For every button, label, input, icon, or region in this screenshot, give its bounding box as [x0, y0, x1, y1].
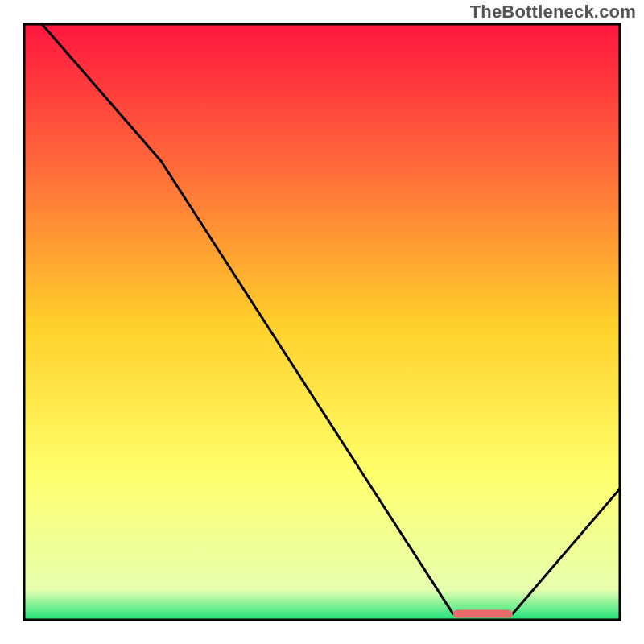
optimal-range-marker — [453, 610, 513, 618]
plot-area — [24, 24, 620, 620]
chart-svg — [0, 0, 644, 644]
plot-background — [24, 24, 620, 620]
chart-frame: TheBottleneck.com — [0, 0, 644, 644]
watermark-text: TheBottleneck.com — [470, 2, 636, 23]
